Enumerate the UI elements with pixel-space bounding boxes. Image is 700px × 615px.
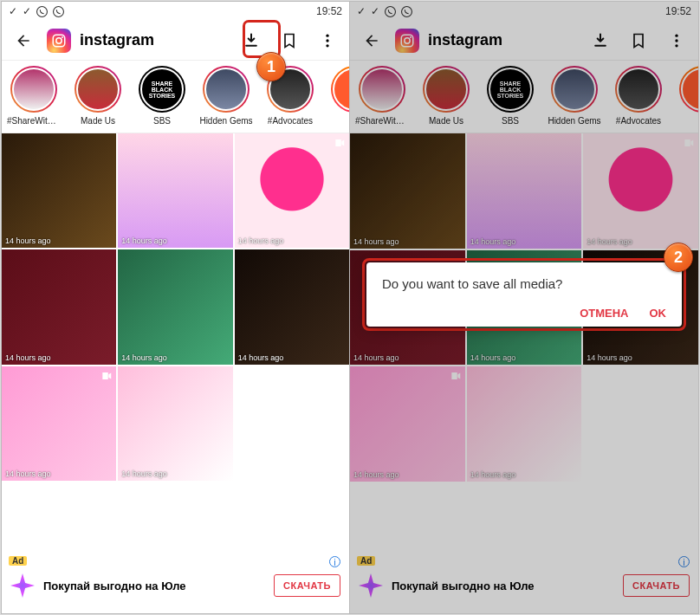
- bookmark-button[interactable]: [624, 26, 653, 55]
- back-button[interactable]: [9, 26, 38, 55]
- video-icon: [683, 137, 695, 149]
- story-sharewithpride[interactable]: #ShareWithPride: [355, 66, 409, 126]
- story-hidden-gems[interactable]: Hidden Gems: [548, 66, 601, 126]
- annotation-callout-1: 1: [256, 52, 286, 81]
- overflow-menu-button[interactable]: [662, 26, 691, 55]
- ad-banner[interactable]: Ad i Покупай выгодно на Юле СКАЧАТЬ: [2, 566, 349, 613]
- ad-download-button[interactable]: СКАЧАТЬ: [274, 574, 340, 597]
- svg-point-6: [326, 39, 328, 42]
- dialog-ok-button[interactable]: OK: [650, 307, 667, 320]
- svg-point-8: [386, 6, 396, 16]
- media-tile[interactable]: 14 hours ago: [2, 249, 116, 364]
- app-bar: instagram: [2, 21, 349, 61]
- media-tile[interactable]: 14 hours ago: [2, 366, 116, 481]
- app-bar: instagram: [350, 21, 698, 61]
- overflow-menu-button[interactable]: [313, 26, 342, 55]
- screenshot-right: ✓ ✓ 19:52 instagram: [350, 1, 699, 614]
- viber-icon: [385, 6, 396, 17]
- instagram-logo-icon: [395, 29, 419, 53]
- ad-text: Покупай выгодно на Юле: [392, 579, 614, 592]
- story-made-us[interactable]: Made Us: [419, 66, 473, 126]
- media-tile[interactable]: 14 hours ago: [467, 366, 582, 482]
- page-title: instagram: [428, 31, 502, 49]
- save-media-dialog: Do you want to save all media? ОТМЕНА OK: [366, 262, 682, 327]
- story-more[interactable]: R: [327, 66, 349, 126]
- back-button[interactable]: [357, 26, 386, 55]
- viber-icon: [53, 6, 64, 17]
- story-made-us[interactable]: Made Us: [71, 66, 125, 126]
- ad-banner[interactable]: Ad i Покупай выгодно на Юле СКАЧАТЬ: [350, 566, 698, 613]
- check-icon: ✓: [357, 5, 366, 17]
- media-tile[interactable]: 14 hours ago: [583, 133, 698, 249]
- story-advocates[interactable]: #Advocates: [612, 66, 665, 126]
- video-icon: [450, 370, 462, 382]
- svg-point-5: [326, 34, 328, 36]
- status-time: 19:52: [665, 5, 691, 17]
- ad-app-icon: [359, 573, 383, 598]
- stories-row: #ShareWithPride Made Us SHARE BLACK STOR…: [350, 61, 698, 133]
- svg-rect-10: [401, 35, 413, 47]
- media-tile[interactable]: 14 hours ago: [467, 133, 582, 249]
- media-grid: 14 hours ago 14 hours ago 14 hours ago 1…: [2, 133, 349, 481]
- annotation-callout-2: 2: [664, 243, 693, 272]
- media-tile[interactable]: 14 hours ago: [118, 133, 232, 248]
- dialog-cancel-button[interactable]: ОТМЕНА: [580, 307, 628, 320]
- screenshot-left: ✓ ✓ 19:52 instagram: [1, 1, 350, 614]
- media-tile-empty: [235, 366, 349, 481]
- svg-point-0: [37, 6, 48, 16]
- video-icon: [100, 370, 113, 382]
- svg-point-15: [675, 44, 677, 47]
- story-sharewithpride[interactable]: #ShareWithPride: [7, 66, 61, 126]
- video-icon: [334, 137, 346, 149]
- check-icon: ✓: [9, 5, 17, 17]
- viber-icon: [401, 6, 412, 17]
- svg-point-9: [402, 6, 412, 16]
- media-tile[interactable]: 14 hours ago: [2, 133, 116, 248]
- download-button[interactable]: [586, 26, 615, 55]
- svg-point-12: [410, 36, 412, 38]
- status-bar: ✓ ✓ 19:52: [350, 2, 698, 21]
- media-tile[interactable]: 14 hours ago: [235, 249, 349, 364]
- page-title: instagram: [80, 31, 154, 49]
- annotation-highlight-dialog: Do you want to save all media? ОТМЕНА OK: [362, 258, 686, 331]
- ad-badge: Ad: [357, 556, 375, 566]
- status-time: 19:52: [316, 5, 342, 17]
- story-sbs[interactable]: SHARE BLACK STORIESSBS: [483, 66, 537, 126]
- ad-app-icon: [10, 573, 35, 598]
- svg-point-13: [675, 34, 677, 36]
- svg-point-4: [62, 36, 63, 38]
- check-icon: ✓: [23, 5, 31, 17]
- ad-badge: Ad: [9, 556, 27, 566]
- story-more[interactable]: R: [676, 66, 698, 126]
- svg-point-14: [675, 39, 677, 42]
- ad-info-icon[interactable]: i: [329, 556, 340, 567]
- story-hidden-gems[interactable]: Hidden Gems: [199, 66, 253, 126]
- dialog-message: Do you want to save all media?: [382, 276, 666, 291]
- media-tile-empty: [583, 366, 698, 482]
- media-tile[interactable]: 14 hours ago: [350, 366, 465, 482]
- svg-point-3: [56, 37, 62, 42]
- media-tile[interactable]: 14 hours ago: [235, 133, 349, 248]
- svg-point-11: [405, 37, 410, 42]
- svg-rect-2: [53, 35, 65, 47]
- svg-point-1: [54, 6, 64, 16]
- check-icon: ✓: [371, 5, 379, 17]
- media-tile[interactable]: 14 hours ago: [118, 249, 232, 364]
- instagram-logo-icon: [47, 29, 71, 53]
- ad-info-icon[interactable]: i: [678, 556, 690, 567]
- viber-icon: [36, 6, 48, 17]
- stories-row: #ShareWithPride Made Us SHARE BLACK STOR…: [2, 61, 349, 133]
- status-bar: ✓ ✓ 19:52: [2, 2, 349, 21]
- ad-download-button[interactable]: СКАЧАТЬ: [623, 574, 690, 597]
- media-tile[interactable]: 14 hours ago: [350, 133, 465, 249]
- svg-point-7: [326, 44, 328, 47]
- media-tile[interactable]: 14 hours ago: [118, 366, 232, 481]
- story-sbs[interactable]: SHARE BLACK STORIESSBS: [135, 66, 189, 126]
- ad-text: Покупай выгодно на Юле: [43, 579, 265, 592]
